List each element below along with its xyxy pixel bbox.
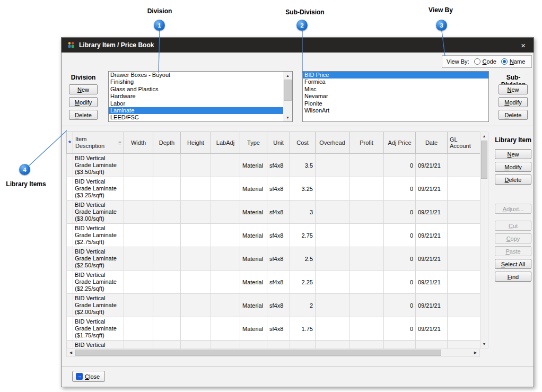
table-row[interactable]: BID Vertical Grade Laminate ($3.00/sqft)… [67,201,480,224]
column-header-profit[interactable]: Profit [349,132,384,154]
division-list-item[interactable]: Drawer Boxes - Buyout [109,72,283,79]
row-marker-cell [67,341,73,349]
column-header-adj_price[interactable]: Adj Price [384,132,416,154]
cell-type: Material [240,294,267,317]
radio-code-circle [474,58,480,65]
division-list-item[interactable]: Glass and Plastics [109,86,283,93]
division-delete-button[interactable]: Delete [69,110,98,120]
column-header-item_description[interactable]: Item Description≡ [73,132,124,154]
cell-adj_price: 0 [384,177,416,201]
library-item-find-button[interactable]: Find [495,272,531,282]
subdivision-delete-button[interactable]: Delete [499,110,528,120]
row-marker-cell [67,271,73,294]
window-close-icon[interactable]: × [518,41,528,49]
row-marker-cell [67,177,73,201]
cell-width [124,224,153,247]
cell-cost: 2.75 [290,224,316,247]
column-header-height[interactable]: Height [181,132,211,154]
table-row[interactable]: BID Vertical Grade Laminate ($2.25/sqft)… [67,271,480,294]
division-new-button[interactable]: New [69,84,98,94]
table-hscrollbar[interactable]: ◀ ▶ [66,349,480,357]
cell-labadj [211,294,240,317]
cell-overhead [316,177,349,201]
subdivision-list-item[interactable]: Formica [303,79,488,85]
library-item-paste-button[interactable]: Paste [495,246,531,256]
cell-type: Material [240,224,267,247]
subdivision-list-item[interactable]: Misc [303,86,488,93]
scroll-thumb[interactable] [75,350,441,356]
scroll-thumb[interactable] [284,80,292,101]
column-header-cost[interactable]: Cost [290,132,316,154]
cell-unit: sf4x8 [267,177,290,201]
column-header-width[interactable]: Width [124,132,153,154]
library-item-copy-button[interactable]: Copy [495,233,531,243]
radio-name[interactable]: Name [501,58,525,65]
column-header-labadj[interactable]: LabAdj [211,132,240,154]
scroll-left-icon[interactable]: ◀ [67,349,75,356]
cell-height [181,341,211,349]
division-list-item[interactable]: Finishing [109,79,283,85]
cell-item_description: BID Vertical Grade Laminate ($2.25/sqft) [73,271,124,294]
subdivision-new-button[interactable]: New [499,84,528,94]
row-marker-cell [67,154,73,177]
scroll-down-icon[interactable]: ▼ [480,340,488,348]
column-header-depth[interactable]: Depth [153,132,181,154]
column-header-type[interactable]: Type [240,132,267,154]
scroll-down-icon[interactable]: ▼ [283,114,292,121]
scroll-right-icon[interactable]: ▶ [471,349,479,356]
division-list-item[interactable]: Hardware [109,93,283,100]
cell-depth [153,201,181,224]
subdivision-list-item[interactable]: Pionite [303,100,488,107]
cell-gl_account [448,154,480,177]
library-item-delete-button[interactable]: Delete [495,175,531,185]
column-header-unit[interactable]: Unit [267,132,290,154]
radio-code[interactable]: Code [474,58,496,65]
table-row[interactable]: BID Vertical Grade Laminate ($1.75/sqft)… [67,317,480,341]
subdivision-listbox[interactable]: BID PriceFormicaMiscNevamarPioniteWilson… [302,71,489,122]
cell-labadj [211,247,240,271]
library-item-modify-button[interactable]: Modify [495,162,531,172]
column-header-date[interactable]: Date [416,132,448,154]
cell-overhead [316,247,349,271]
subdivision-list-item[interactable]: WilsonArt [303,107,488,114]
table-row[interactable]: BID Vertical Grade Laminate ($2.50/sqft)… [67,247,480,271]
cell-gl_account [448,247,480,271]
subdivision-list-item[interactable]: BID Price [303,72,488,79]
subdivision-list-item[interactable]: Nevamar [303,93,488,100]
cell-width [124,247,153,271]
table-row[interactable]: BID Vertical Grade Laminate ($3.25/sqft)… [67,177,480,201]
column-header-overhead[interactable]: Overhead [316,132,349,154]
library-item-select-all-button[interactable]: Select All [495,259,531,269]
division-modify-button[interactable]: Modify [69,97,98,107]
subdivision-modify-button[interactable]: Modify [499,97,528,107]
library-item-adjust-button[interactable]: Adjust... [495,204,531,214]
close-button[interactable]: → Close [72,371,105,382]
table-vscrollbar[interactable]: ▲ ▼ [480,132,488,349]
cell-profit [349,247,384,271]
scroll-up-icon[interactable]: ▲ [283,72,292,80]
scroll-thumb[interactable] [481,141,487,179]
cell-unit: sf4x8 [267,154,290,177]
column-header-gl_account[interactable]: GL Account [448,132,480,154]
table-row[interactable]: BID Vertical Grade Laminate ($2.75/sqft)… [67,224,480,247]
library-item-new-button[interactable]: New [495,149,531,159]
table-row[interactable]: BID Vertical Grade Laminate ($3.50/sqft)… [67,154,480,177]
cell-labadj [211,341,240,349]
division-list-item[interactable]: Labor [109,100,283,107]
sort-filter-icon[interactable]: ≡ [118,140,121,146]
cell-labadj [211,271,240,294]
cell-adj_price: 0 [384,247,416,271]
cell-labadj [211,177,240,201]
cell-width [124,317,153,341]
titlebar[interactable]: Library Item / Price Book × [62,38,534,53]
cell-unit [267,341,290,349]
table-row[interactable]: BID Vertical Grade Laminate ($2.00/sqft)… [67,294,480,317]
table-row[interactable]: BID Vertical Grade [67,341,480,349]
library-item-cut-button[interactable]: Cut [495,221,531,231]
division-list-item[interactable]: LEED/FSC [109,114,283,121]
division-list-item[interactable]: Laminate [109,107,283,114]
scroll-up-icon[interactable]: ▲ [480,132,488,140]
division-scrollbar[interactable]: ▲ ▼ [283,72,292,121]
cell-cost: 3 [290,201,316,224]
division-listbox[interactable]: Drawer Boxes - BuyoutFinishingGlass and … [108,71,293,122]
